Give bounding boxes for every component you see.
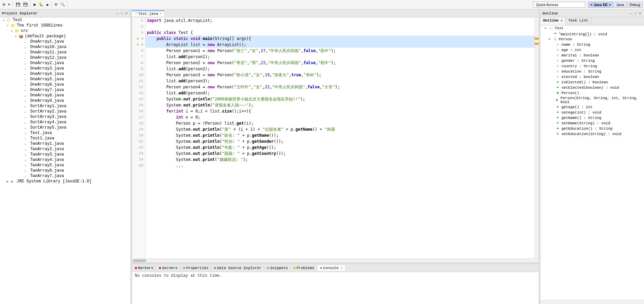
tab-properties[interactable]: Properties	[180, 265, 211, 271]
outline-item-person[interactable]: ▾ Q Person	[540, 37, 644, 42]
outline-item-education[interactable]: ◇ education : String	[540, 69, 644, 74]
outline-item-gender[interactable]: ◇ gender : String	[540, 58, 644, 63]
tab-test-java[interactable]: J Test.java ✕	[132, 10, 164, 16]
code-line-3[interactable]: public class Test {	[146, 30, 535, 36]
outline-item-main[interactable]: ● smain(String[]) : void	[540, 31, 644, 37]
list-item[interactable]: ☕OneArray4.java	[0, 71, 130, 77]
minimize-explorer-btn[interactable]: —	[115, 11, 120, 15]
outline-item-geteducation[interactable]: ● getEducation() : String	[540, 126, 644, 131]
outline-item-setname[interactable]: ● setName(String) : void	[540, 121, 644, 126]
code-line-20[interactable]: System.out.println("姓名: " + p.getName())…	[146, 132, 535, 138]
list-item[interactable]: ☕SortArray1.java	[0, 103, 130, 109]
list-item[interactable]: ☕SortArray4.java	[0, 120, 130, 125]
tree-item-jre[interactable]: ▶ ⚙ JRE System Library [JavaSE-1.8]	[0, 179, 130, 184]
list-item[interactable]: ☕OneArray12.java	[0, 55, 130, 60]
tab-markers[interactable]: Markers	[132, 265, 156, 271]
tree-item-src[interactable]: ▾ 📁 src	[0, 28, 130, 34]
outline-item-seteducation[interactable]: ● setEducation(String) : void	[540, 131, 644, 137]
code-line-2[interactable]	[146, 24, 535, 30]
code-line-19[interactable]: System.out.println("第" + (i + 1) + "位报名者…	[146, 126, 535, 132]
outline-item-elected[interactable]: ◇ elected : boolean	[540, 74, 644, 80]
tree-item-test-java[interactable]: ☕Test.java	[0, 130, 130, 136]
tab-close-btn[interactable]: ✕	[159, 12, 161, 15]
code-line-24[interactable]: System.out.print("婚姻状况: ");	[146, 157, 535, 163]
code-line-17[interactable]: int n = 0;	[146, 114, 535, 120]
outline-item-getage[interactable]: ● getAge() : int	[540, 104, 644, 110]
code-line-21[interactable]: System.out.println("性别: " + p.getGender(…	[146, 138, 535, 144]
run-btn[interactable]: ▶	[33, 2, 37, 7]
outline-minimize-btn[interactable]: —	[629, 11, 633, 15]
list-item[interactable]: ☕OneArray2.java	[0, 60, 130, 66]
tree-item-1000lines[interactable]: ▾ 📁 The first 1000lines	[0, 23, 130, 28]
list-item[interactable]: ☕TwoArray3.java	[0, 152, 130, 157]
code-line-11[interactable]: list.add(person3);	[146, 78, 535, 84]
search-btn[interactable]: 🔍	[59, 2, 66, 7]
list-item[interactable]: ☕OneArray7.java	[0, 87, 130, 93]
list-item[interactable]: ☕SortArray3.java	[0, 114, 130, 120]
outline-item-marital[interactable]: ◇ marital : boolean	[540, 53, 644, 58]
list-item[interactable]: ☕OneArray11.java	[0, 50, 130, 55]
stop-btn[interactable]: ■	[45, 2, 50, 7]
build-btn[interactable]: ⚙	[53, 2, 59, 7]
list-item[interactable]: ☕TwoArray2.java	[0, 146, 130, 152]
quick-access-input[interactable]: Quick Access	[533, 2, 585, 8]
save-btn[interactable]: 💾	[15, 2, 21, 7]
outline-item-test[interactable]: ▾ ⬡ Test	[540, 26, 644, 31]
save-all-btn[interactable]: 💾	[22, 2, 29, 7]
code-line-15[interactable]: System.out.println("请报名者入场~~~");	[146, 102, 535, 108]
code-line-22[interactable]: System.out.println("年龄: " + p.getAge());	[146, 144, 535, 150]
code-line-13[interactable]: list.add(person4);	[146, 90, 535, 96]
list-item[interactable]: ☕TwoArray6.java	[0, 168, 130, 173]
tab-console[interactable]: Console ✕	[317, 265, 346, 271]
code-line-9[interactable]: list.add(person2);	[146, 66, 535, 72]
code-line-8[interactable]: Person person2 = new Person("李克","男",22,…	[146, 60, 535, 66]
tree-item-default-pkg[interactable]: ▾ 📦 (default package)	[0, 34, 130, 39]
outline-item-getname[interactable]: ● getName() : String	[540, 115, 644, 121]
list-item[interactable]: ☕OneArray6.java	[0, 82, 130, 87]
list-item[interactable]: ☕OneArray5.java	[0, 77, 130, 82]
menu-btn[interactable]: ▾	[7, 2, 11, 7]
list-item[interactable]: ☕TwoArray7.java	[0, 173, 130, 179]
tab-servers[interactable]: Servers	[156, 265, 180, 271]
outline-item-iselected[interactable]: ● isElected() : boolean	[540, 80, 644, 85]
code-line-10[interactable]: Person person3 = new Person("孙小清","女",19…	[146, 72, 535, 78]
list-item[interactable]: ☕SortArray5.java	[0, 125, 130, 130]
list-item[interactable]: ☕OneArray3.java	[0, 66, 130, 71]
tab-datasource[interactable]: Data Source Explorer	[211, 265, 264, 271]
outline-item-setelected[interactable]: ● setElected(boolean) : void	[540, 85, 644, 90]
tab-console-close[interactable]: ✕	[341, 266, 342, 270]
new-btn[interactable]: ⊕	[1, 2, 6, 7]
list-item[interactable]: ☕OneArray8.java	[0, 93, 130, 98]
outline-hscrollbar[interactable]	[540, 300, 644, 304]
debug-btn[interactable]: 🐛	[38, 2, 45, 7]
outline-item-setage[interactable]: ● setAge(int) : void	[540, 110, 644, 115]
editor-scrollbar[interactable]	[535, 17, 539, 258]
code-editor[interactable]: 1 2 3 ● 4 ● 5 6 7 8 9 10 11 12 13 14 15 …	[132, 17, 539, 262]
code-line-6[interactable]: Person person1 = new Person("张三","女",27,…	[146, 48, 535, 54]
tab-outline[interactable]: Outline ✕	[540, 17, 566, 25]
code-line-1[interactable]: import java.util.ArrayList;	[146, 17, 535, 24]
list-item[interactable]: ☕SortArray2.java	[0, 109, 130, 114]
tab-tasklist[interactable]: Task List	[566, 17, 591, 25]
tree-item-test[interactable]: ▾ ⬡ Test	[0, 17, 130, 23]
list-item[interactable]: ☕OneArray1.java	[0, 39, 130, 44]
outline-tab-close[interactable]: ✕	[561, 19, 562, 23]
perspective-debug-btn[interactable]: Debug	[627, 2, 643, 8]
code-line-4[interactable]: public static void main(String[] args){	[146, 36, 535, 42]
code-line-23[interactable]: System.out.println("国籍: " + p.getCountry…	[146, 150, 535, 157]
code-line-7[interactable]: list.add(person1);	[146, 54, 535, 60]
perspective-java-btn[interactable]: Java	[614, 2, 626, 8]
list-item[interactable]: ☕TwoArray4.java	[0, 157, 130, 163]
outline-item-country[interactable]: ◇ country : String	[540, 63, 644, 69]
code-line-25[interactable]: ...	[146, 163, 535, 169]
code-content[interactable]: import java.util.ArrayList; public class…	[146, 17, 535, 258]
outline-maximize-btn[interactable]: □	[634, 11, 637, 15]
code-line-12[interactable]: Person person4 = new Person("王叶叶","女",22…	[146, 84, 535, 90]
outline-item-name[interactable]: ◇ name : String	[540, 42, 644, 47]
code-line-5[interactable]: ArrayList list = new ArrayList();	[146, 42, 535, 48]
outline-item-ctor2[interactable]: ◉ Person(String, String, int, String, bo…	[540, 96, 644, 104]
maximize-explorer-btn[interactable]: □	[120, 11, 124, 15]
list-item[interactable]: ☕Test1.java	[0, 136, 130, 141]
list-item[interactable]: ☕OneArray10.java	[0, 44, 130, 50]
list-item[interactable]: ☕TwoArray5.java	[0, 163, 130, 168]
